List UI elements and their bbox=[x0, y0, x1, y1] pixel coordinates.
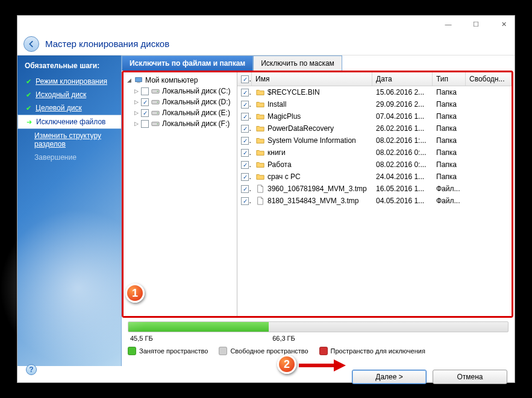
file-name: Install bbox=[268, 100, 286, 109]
minimize-button[interactable]: — bbox=[440, 18, 456, 30]
list-item[interactable]: ✓8180_3154843_MVM_3.tmp04.05.2016 1...Фа… bbox=[237, 195, 512, 207]
folder-icon bbox=[255, 172, 265, 181]
file-date: 07.04.2016 1... bbox=[372, 111, 433, 122]
checkbox[interactable]: ✓ bbox=[241, 113, 249, 121]
checkbox[interactable]: ✓ bbox=[241, 173, 249, 181]
step-source-disk[interactable]: Исходный диск bbox=[17, 88, 121, 101]
expand-icon[interactable]: ▷ bbox=[133, 99, 139, 105]
computer-icon bbox=[134, 76, 143, 84]
file-name: 8180_3154843_MVM_3.tmp bbox=[268, 197, 358, 205]
file-type: Папка bbox=[433, 147, 466, 158]
step-change-partitions[interactable]: Изменить структуру разделов bbox=[17, 129, 121, 151]
step-target-disk[interactable]: Целевой диск bbox=[17, 101, 121, 115]
step-clone-mode[interactable]: Режим клонирования bbox=[17, 75, 121, 88]
cancel-button[interactable]: Отмена bbox=[433, 370, 507, 384]
maximize-button[interactable]: ☐ bbox=[468, 18, 484, 30]
folder-icon bbox=[255, 148, 265, 157]
checkbox[interactable] bbox=[141, 120, 149, 128]
list-item[interactable]: ✓Работа08.02.2016 0:...Папка bbox=[237, 159, 512, 171]
next-button[interactable]: Далее > bbox=[352, 370, 427, 384]
column-name[interactable]: Имя bbox=[252, 72, 372, 86]
callout-1: 1 bbox=[125, 283, 145, 303]
tree-drive[interactable]: ▷Локальный диск (F:) bbox=[124, 118, 237, 129]
legend: Занятое пространство Свободное пространс… bbox=[128, 347, 509, 355]
list-item[interactable]: ✓3960_106781984_MVM_3.tmp16.05.2016 1...… bbox=[237, 183, 512, 195]
file-type: Файл... bbox=[433, 183, 466, 194]
svg-point-7 bbox=[157, 113, 158, 114]
sidebar-header: Обязательные шаги: bbox=[17, 59, 121, 75]
checkbox[interactable]: ✓ bbox=[241, 161, 249, 169]
file-name: PowerDataRecovery bbox=[268, 124, 334, 133]
list-item[interactable]: ✓PowerDataRecovery26.02.2016 1...Папка bbox=[237, 122, 512, 134]
space-used-segment bbox=[128, 322, 269, 332]
titlebar: — ☐ ✕ bbox=[17, 16, 515, 33]
column-checkbox[interactable]: ✓ bbox=[237, 72, 252, 86]
list-item[interactable]: ✓MagicPlus07.04.2016 1...Папка bbox=[237, 110, 512, 122]
list-item[interactable]: ✓System Volume Information08.02.2016 1:.… bbox=[237, 134, 512, 147]
list-item[interactable]: ✓книги08.02.2016 0:...Папка bbox=[237, 147, 512, 159]
file-name: System Volume Information bbox=[268, 136, 356, 145]
checkbox[interactable]: ✓ bbox=[241, 197, 249, 205]
drive-icon bbox=[151, 87, 160, 95]
expand-icon[interactable]: ▷ bbox=[133, 88, 139, 94]
tree-drive[interactable]: ▷✓Локальный диск (D:) bbox=[124, 96, 237, 107]
file-date: 04.05.2016 1... bbox=[372, 195, 433, 206]
file-list: ✓ Имя Дата Тип Свободн... ✓$RECYCLE.BIN1… bbox=[237, 72, 512, 316]
folder-icon bbox=[255, 112, 265, 121]
checkbox[interactable]: ✓ bbox=[241, 149, 249, 157]
tree-drive[interactable]: ▷Локальный диск (C:) bbox=[124, 86, 237, 96]
checkbox[interactable]: ✓ bbox=[241, 137, 249, 145]
check-icon bbox=[25, 91, 32, 98]
folder-icon bbox=[255, 160, 265, 169]
tree-drive[interactable]: ▷✓Локальный диск (E:) bbox=[124, 107, 237, 118]
tab-by-files[interactable]: Исключить по файлам и папкам bbox=[122, 55, 253, 71]
file-icon bbox=[255, 185, 265, 193]
drive-label: Локальный диск (D:) bbox=[162, 98, 231, 106]
disk-tree[interactable]: ◢ Мой компьютер ▷Локальный диск (C:)▷✓Ло… bbox=[124, 72, 237, 316]
tab-by-masks[interactable]: Исключить по маскам bbox=[253, 55, 342, 71]
svg-rect-0 bbox=[136, 78, 142, 82]
expand-icon[interactable]: ▷ bbox=[133, 110, 139, 116]
column-free[interactable]: Свободн... bbox=[466, 72, 512, 86]
drive-label: Локальный диск (E:) bbox=[162, 109, 230, 117]
checkbox[interactable]: ✓ bbox=[141, 109, 149, 117]
checkbox[interactable]: ✓ bbox=[241, 89, 249, 96]
file-type: Папка bbox=[433, 171, 466, 182]
checkbox[interactable]: ✓ bbox=[241, 101, 249, 109]
file-date: 16.05.2016 1... bbox=[372, 183, 433, 194]
svg-marker-11 bbox=[334, 359, 346, 371]
red-arrow-icon bbox=[299, 358, 347, 373]
sidebar: Обязательные шаги: Режим клонирования Ис… bbox=[17, 55, 121, 366]
drive-label: Локальный диск (F:) bbox=[162, 119, 230, 128]
file-date: 26.02.2016 1... bbox=[372, 123, 433, 134]
file-type: Файл... bbox=[433, 195, 466, 206]
checkbox[interactable]: ✓ bbox=[241, 185, 249, 193]
list-item[interactable]: ✓Install29.09.2016 2...Папка bbox=[237, 98, 512, 110]
file-type: Папка bbox=[433, 159, 466, 170]
folder-icon bbox=[255, 88, 265, 96]
arrow-icon bbox=[25, 118, 33, 125]
collapse-icon[interactable]: ◢ bbox=[126, 77, 132, 83]
column-date[interactable]: Дата bbox=[372, 72, 433, 86]
column-type[interactable]: Тип bbox=[433, 72, 466, 86]
file-date: 08.02.2016 1:... bbox=[372, 135, 433, 146]
folder-icon bbox=[255, 136, 265, 145]
checkbox[interactable]: ✓ bbox=[241, 125, 249, 133]
drive-icon bbox=[151, 109, 160, 117]
checkbox[interactable] bbox=[141, 87, 149, 95]
close-button[interactable]: ✕ bbox=[496, 18, 512, 30]
checkbox[interactable]: ✓ bbox=[141, 98, 149, 106]
back-arrow-icon bbox=[27, 40, 36, 48]
help-button[interactable]: ? bbox=[26, 364, 37, 375]
folder-icon bbox=[255, 100, 265, 109]
drive-icon bbox=[151, 98, 160, 106]
svg-point-9 bbox=[157, 124, 158, 125]
list-item[interactable]: ✓$RECYCLE.BIN15.06.2016 2...Папка bbox=[237, 86, 512, 98]
step-exclude-files[interactable]: Исключение файлов bbox=[17, 115, 122, 129]
expand-icon[interactable]: ▷ bbox=[133, 121, 139, 127]
list-item[interactable]: ✓срач с PC24.04.2016 1...Папка bbox=[237, 171, 512, 183]
tabs: Исключить по файлам и папкам Исключить п… bbox=[122, 55, 515, 71]
tree-root[interactable]: ◢ Мой компьютер bbox=[124, 75, 237, 86]
back-button[interactable] bbox=[23, 36, 39, 52]
file-type: Папка bbox=[433, 111, 466, 122]
